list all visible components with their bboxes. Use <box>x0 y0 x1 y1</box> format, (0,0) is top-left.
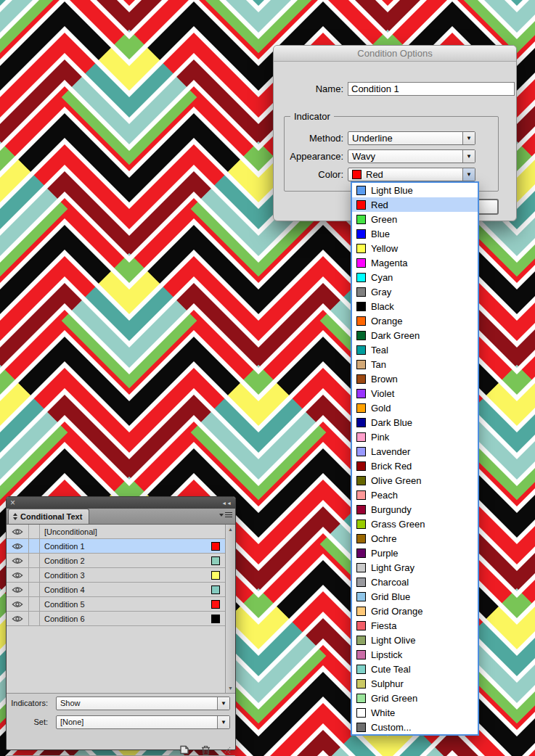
color-option[interactable]: Ochre <box>352 531 478 546</box>
color-dropdown-list: Light Blue Red Green Blue Yellow <box>351 181 479 736</box>
color-option[interactable]: Light Olive <box>352 633 478 647</box>
visibility-cell[interactable] <box>7 554 29 567</box>
name-input[interactable] <box>348 82 515 96</box>
set-dropdown[interactable]: [None] ▼ <box>56 715 230 729</box>
color-option[interactable]: Purple <box>352 546 478 560</box>
color-option[interactable]: Teal <box>352 342 478 357</box>
appearance-label: Appearance: <box>274 151 348 162</box>
condition-row[interactable]: Condition 2 <box>7 554 225 568</box>
condition-row[interactable]: Condition 6 <box>7 612 225 626</box>
color-option[interactable]: Burgundy <box>352 502 478 517</box>
panel-menu-icon[interactable] <box>219 512 232 518</box>
color-option[interactable]: Brick Red <box>352 459 478 473</box>
tab-conditional-text[interactable]: Conditional Text <box>8 509 89 524</box>
scroll-down-icon[interactable]: ▼ <box>228 683 233 693</box>
color-option-label: Grid Orange <box>371 606 423 617</box>
condition-row[interactable]: Condition 5 <box>7 597 225 612</box>
visibility-cell[interactable] <box>7 597 29 611</box>
color-option[interactable]: Grid Orange <box>352 604 478 618</box>
condition-check-cell[interactable] <box>29 597 40 611</box>
color-option[interactable]: Gray <box>352 284 478 299</box>
color-option[interactable]: Black <box>352 299 478 313</box>
color-option[interactable]: Violet <box>352 386 478 400</box>
color-option[interactable]: Lavender <box>352 444 478 459</box>
condition-check-cell[interactable] <box>29 539 40 553</box>
color-option-swatch <box>356 563 366 572</box>
color-option[interactable]: Red <box>352 197 478 212</box>
color-option-swatch <box>356 723 366 732</box>
color-option-swatch <box>356 273 366 282</box>
color-option-swatch <box>356 548 366 558</box>
method-dropdown[interactable]: Underline ▼ <box>348 131 475 145</box>
color-option[interactable]: Peach <box>352 488 478 502</box>
color-option-label: Pink <box>371 432 389 443</box>
panel-collapse-icon[interactable]: ◄◄ <box>221 501 232 506</box>
color-option[interactable]: Custom... <box>352 720 478 734</box>
condition-row[interactable]: [Unconditional] <box>7 525 225 539</box>
eye-icon <box>12 572 23 579</box>
visibility-cell[interactable] <box>7 568 29 582</box>
color-option[interactable]: Olive Green <box>352 473 478 488</box>
delete-trash-icon[interactable] <box>201 745 211 755</box>
panel-scrollbar[interactable]: ▲ ▼ <box>225 525 235 693</box>
new-condition-icon[interactable] <box>179 745 189 755</box>
condition-name: Condition 3 <box>40 571 211 580</box>
condition-check-cell[interactable] <box>29 568 40 582</box>
color-option-swatch <box>356 607 366 616</box>
color-option-swatch <box>356 519 366 529</box>
panel-header-bar[interactable]: × ◄◄ <box>7 497 235 509</box>
color-option-label: Tan <box>371 359 386 370</box>
condition-row[interactable]: Condition 1 <box>7 539 225 554</box>
panel-close-icon[interactable]: × <box>10 498 15 507</box>
color-option[interactable]: Tan <box>352 357 478 371</box>
color-option[interactable]: Cute Teal <box>352 662 478 676</box>
color-option-swatch <box>356 447 366 456</box>
color-option[interactable]: Grass Green <box>352 517 478 531</box>
color-option[interactable]: Blue <box>352 226 478 241</box>
color-option[interactable]: Fiesta <box>352 618 478 633</box>
color-option[interactable]: Gold <box>352 400 478 415</box>
color-option[interactable]: Magenta <box>352 255 478 270</box>
condition-check-cell[interactable] <box>29 525 40 538</box>
resize-grip-icon[interactable] <box>224 747 231 754</box>
eye-icon <box>12 543 23 550</box>
color-option[interactable]: Sulphur <box>352 676 478 691</box>
color-option[interactable]: Light Gray <box>352 560 478 575</box>
color-option-label: Yellow <box>371 243 398 254</box>
color-option-swatch <box>356 345 366 355</box>
color-option[interactable]: Cyan <box>352 270 478 284</box>
condition-row[interactable]: Condition 4 <box>7 583 225 597</box>
color-option[interactable]: Light Blue <box>352 183 478 197</box>
scroll-up-icon[interactable]: ▲ <box>228 525 233 534</box>
color-option[interactable]: Pink <box>352 430 478 444</box>
condition-check-cell[interactable] <box>29 554 40 567</box>
color-option[interactable]: Green <box>352 212 478 226</box>
color-dropdown[interactable]: Red ▼ <box>348 168 475 181</box>
condition-row[interactable]: Condition 3 <box>7 568 225 583</box>
color-option-swatch <box>356 389 366 398</box>
color-option[interactable]: Dark Green <box>352 328 478 342</box>
color-option-swatch <box>356 316 366 326</box>
color-option[interactable]: Charcoal <box>352 575 478 589</box>
color-option[interactable]: Orange <box>352 313 478 328</box>
visibility-cell[interactable] <box>7 583 29 596</box>
visibility-cell[interactable] <box>7 539 29 553</box>
visibility-cell[interactable] <box>7 612 29 625</box>
color-option-swatch <box>356 476 366 485</box>
color-option[interactable]: Brown <box>352 371 478 386</box>
color-option[interactable]: Dark Blue <box>352 415 478 430</box>
condition-check-cell[interactable] <box>29 612 40 625</box>
color-value: Red <box>366 169 383 180</box>
color-option-label: Violet <box>371 388 394 399</box>
chevron-down-icon: ▼ <box>217 697 229 710</box>
color-option[interactable]: Grid Blue <box>352 589 478 604</box>
color-option-label: Peach <box>371 490 398 501</box>
color-option[interactable]: White <box>352 705 478 720</box>
color-option[interactable]: Yellow <box>352 241 478 255</box>
appearance-dropdown[interactable]: Wavy ▼ <box>348 149 475 163</box>
condition-check-cell[interactable] <box>29 583 40 596</box>
indicators-dropdown[interactable]: Show ▼ <box>56 697 230 710</box>
color-option[interactable]: Grid Green <box>352 691 478 705</box>
visibility-cell[interactable] <box>7 525 29 538</box>
color-option[interactable]: Lipstick <box>352 647 478 662</box>
